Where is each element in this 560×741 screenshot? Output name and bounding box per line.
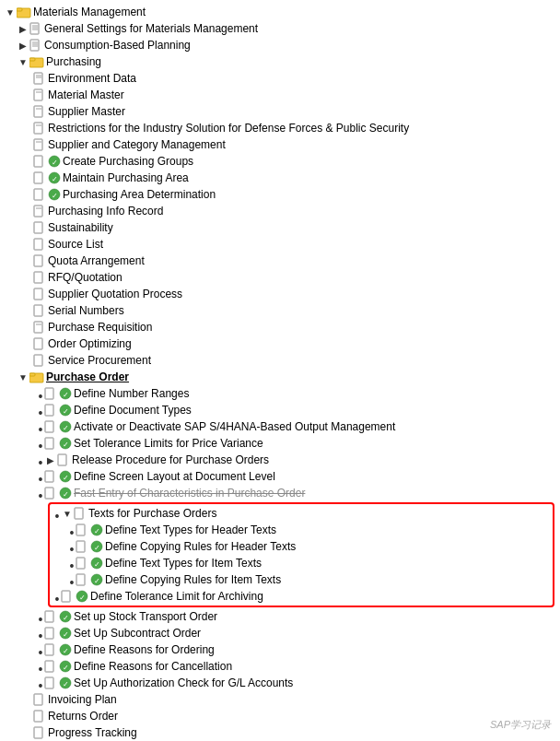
tree-item-consumption-planning[interactable]: ▶ Consumption-Based Planning <box>0 37 560 53</box>
tree-item-restrictions[interactable]: Restrictions for the Industry Solution f… <box>0 120 560 136</box>
green-icon-ssc: ✓ <box>59 627 72 640</box>
tree-item-purchase-order[interactable]: ▼ Purchase Order <box>0 369 560 385</box>
tree-item-supplier-master[interactable]: Supplier Master <box>0 103 560 120</box>
doc-icon-dsl <box>44 470 57 483</box>
tree-item-define-screen-layout[interactable]: • ✓ Define Screen Layout at Document Lev… <box>0 468 560 485</box>
tree-item-purchasing-area-det[interactable]: ✓ Purchasing Area Determination <box>0 186 560 203</box>
expander-materials-mgmt[interactable]: ▼ <box>4 6 17 18</box>
label-dcri: Define Copying Rules for Item Texts <box>105 573 281 586</box>
tree-item-purchasing-info-record[interactable]: Purchasing Info Record <box>0 203 560 219</box>
tree-item-env-data[interactable]: Environment Data <box>0 70 560 87</box>
label-source-list: Source List <box>48 238 103 251</box>
bullet-tfpo: • <box>53 510 61 517</box>
svg-rect-93 <box>45 677 53 688</box>
label-supplier-master: Supplier Master <box>48 105 125 118</box>
green-icon-ads4: ✓ <box>59 420 72 433</box>
tree-item-setup-auth-check[interactable]: • ✓ Set Up Authorization Check for G/L A… <box>0 675 560 691</box>
label-pad: Purchasing Area Determination <box>63 188 216 201</box>
tree-item-create-purchasing-groups[interactable]: ✓ Create Purchasing Groups <box>0 153 560 170</box>
svg-rect-43 <box>34 355 42 366</box>
tree-item-fast-entry[interactable]: • ✓ Fast Entry of Characteristics in Pur… <box>0 485 560 501</box>
tree-item-serial-numbers[interactable]: Serial Numbers <box>0 302 560 319</box>
svg-rect-46 <box>45 388 53 399</box>
tree-item-define-tolerance-archiving[interactable]: • ✓ Define Tolerance Limit for Archiving <box>50 588 553 605</box>
tree-item-supplier-category[interactable]: Supplier and Category Management <box>0 136 560 153</box>
doc-icon-consumption-planning <box>29 39 42 52</box>
tree-item-setup-stock-transport[interactable]: • ✓ Set up Stock Transport Order <box>0 608 560 625</box>
expander-texts-po[interactable]: ▼ <box>61 507 74 520</box>
tree-item-rfq[interactable]: RFQ/Quotation <box>0 269 560 286</box>
doc-icon-dnr <box>44 387 57 400</box>
svg-text:✓: ✓ <box>63 407 69 416</box>
tree-item-materials-mgmt[interactable]: ▼ Materials Management <box>0 4 560 20</box>
svg-text:✓: ✓ <box>94 544 100 552</box>
svg-rect-69 <box>76 541 85 552</box>
tree-item-returns-order[interactable]: Returns Order <box>0 708 560 724</box>
expander-consumption-planning[interactable]: ▶ <box>17 39 29 52</box>
tree-item-define-text-types-item[interactable]: • ✓ Define Text Types for Item Texts <box>50 555 553 571</box>
svg-text:✓: ✓ <box>63 391 69 399</box>
doc-icon-general-settings <box>29 22 42 35</box>
tree-item-order-optimizing[interactable]: Order Optimizing <box>0 335 560 352</box>
tree-item-purchase-requisition[interactable]: Purchase Requisition <box>0 319 560 335</box>
label-drc: Define Reasons for Cancellation <box>74 660 232 673</box>
tree-item-define-number-ranges[interactable]: • ✓ Define Number Ranges <box>0 385 560 402</box>
folder-icon-purchasing <box>29 55 44 68</box>
svg-rect-15 <box>34 89 42 100</box>
expander-purchase-order[interactable]: ▼ <box>17 370 29 383</box>
label-ro: Returns Order <box>48 710 118 723</box>
tree-item-progress-tracking[interactable]: Progress Tracking <box>0 724 560 741</box>
bullet-stl: • <box>37 440 44 447</box>
doc-icon-sp <box>33 354 46 367</box>
green-icon-ssto: ✓ <box>59 610 72 623</box>
bullet-dcri: • <box>68 576 76 583</box>
red-box-group: • ▼ Texts for Purchase Orders • ✓ <box>48 502 554 607</box>
doc-icon-dcrh <box>76 540 88 553</box>
green-icon-dta: ✓ <box>76 590 88 603</box>
tree-item-general-settings[interactable]: ▶ General Settings for Materials Managem… <box>0 20 560 37</box>
doc-icon-source-list <box>33 238 46 251</box>
tree-item-maintain-purchasing-area[interactable]: ✓ Maintain Purchasing Area <box>0 170 560 186</box>
tree-item-quota-arrangement[interactable]: Quota Arrangement <box>0 253 560 269</box>
tree-item-release-procedure[interactable]: • ▶ Release Procedure for Purchase Order… <box>0 452 560 468</box>
svg-rect-97 <box>34 711 42 722</box>
expander-rp[interactable]: ▶ <box>44 453 57 466</box>
doc-icon-ro <box>33 710 46 723</box>
tree-item-set-tolerance-limits[interactable]: • ✓ Set Tolerance Limits for Price Varia… <box>0 435 560 452</box>
tree-item-define-reasons-cancellation[interactable]: • ✓ Define Reasons for Cancellation <box>0 658 560 675</box>
doc-icon-sac <box>44 676 57 689</box>
tree-item-activate-deactivate-s4[interactable]: • ✓ Activate or Deactivate SAP S/4HANA-B… <box>0 418 560 435</box>
tree-item-purchasing[interactable]: ▼ Purchasing <box>0 53 560 70</box>
svg-text:✓: ✓ <box>63 490 69 499</box>
tree-item-define-reasons-ordering[interactable]: • ✓ Define Reasons for Ordering <box>0 641 560 658</box>
expander-general-settings[interactable]: ▶ <box>17 22 29 35</box>
label-env-data: Environment Data <box>48 72 136 85</box>
tree-item-invoicing-plan[interactable]: Invoicing Plan <box>0 691 560 708</box>
tree-item-service-procurement[interactable]: Service Procurement <box>0 352 560 369</box>
tree-item-texts-for-po[interactable]: • ▼ Texts for Purchase Orders <box>50 505 553 522</box>
tree-item-define-doc-types[interactable]: • ✓ Define Document Types <box>0 402 560 418</box>
tree-item-material-master[interactable]: Material Master <box>0 87 560 103</box>
tree-item-source-list[interactable]: Source List <box>0 236 560 253</box>
tree-item-supplier-quotation-process[interactable]: Supplier Quotation Process <box>0 286 560 302</box>
label-create-pg: Create Purchasing Groups <box>63 155 193 168</box>
svg-rect-96 <box>34 694 42 705</box>
bullet-dsl: • <box>37 473 44 480</box>
svg-rect-21 <box>34 139 42 150</box>
tree-item-setup-subcontract[interactable]: • ✓ Set Up Subcontract Order <box>0 625 560 641</box>
label-ssto: Set up Stock Transport Order <box>74 610 217 623</box>
label-dsl: Define Screen Layout at Document Level <box>74 470 275 483</box>
tree-item-sustainability[interactable]: Sustainability <box>0 219 560 236</box>
tree-item-define-text-types-header[interactable]: • ✓ Define Text Types for Header Texts <box>50 522 553 538</box>
bullet-dnr: • <box>37 390 44 397</box>
doc-icon-pad <box>33 188 46 201</box>
svg-text:✓: ✓ <box>94 560 100 569</box>
green-icon-stl: ✓ <box>59 437 72 450</box>
doc-icon-stl <box>44 437 57 450</box>
tree-item-define-copying-rules-item[interactable]: • ✓ Define Copying Rules for Item Texts <box>50 571 553 588</box>
svg-rect-2 <box>30 23 39 34</box>
bullet-dtti: • <box>68 559 76 567</box>
expander-purchasing[interactable]: ▼ <box>17 55 29 68</box>
svg-text:✓: ✓ <box>52 159 58 167</box>
tree-item-define-copying-rules-header[interactable]: • ✓ Define Copying Rules for Header Text… <box>50 538 553 555</box>
